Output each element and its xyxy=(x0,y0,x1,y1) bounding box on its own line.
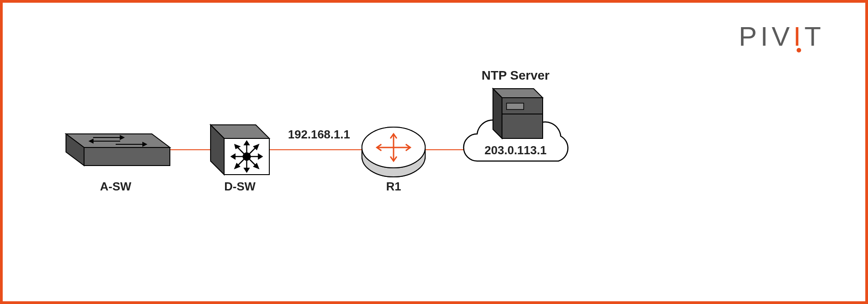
dsw-label: D-SW xyxy=(224,180,256,193)
brand-dot-icon xyxy=(797,48,801,52)
ntp-title: NTP Server xyxy=(482,68,550,82)
brand-text-2: T xyxy=(804,21,825,52)
l3switch-icon xyxy=(211,125,269,175)
brand-logo: PIVIT xyxy=(739,21,825,52)
r1-label: R1 xyxy=(386,180,401,193)
svg-marker-38 xyxy=(493,89,502,138)
switch-icon xyxy=(66,134,170,166)
router: R1 xyxy=(362,127,425,193)
distribution-switch: D-SW xyxy=(211,125,269,193)
r1-ip-label: 192.168.1.1 xyxy=(288,128,350,141)
ntp-server-node: NTP Server 203.0.113.1 xyxy=(464,68,568,161)
svg-rect-40 xyxy=(507,103,524,109)
server-ip-label: 203.0.113.1 xyxy=(484,143,546,157)
access-switch: A-SW xyxy=(66,134,170,193)
svg-marker-2 xyxy=(84,147,170,166)
router-icon xyxy=(362,127,425,177)
topology-diagram: A-SW xyxy=(3,3,865,301)
asw-label: A-SW xyxy=(100,180,131,193)
brand-accent: I xyxy=(793,21,805,52)
brand-text-1: PIV xyxy=(739,21,793,52)
server-icon xyxy=(493,89,543,138)
diagram-frame: PIVIT xyxy=(0,0,868,304)
